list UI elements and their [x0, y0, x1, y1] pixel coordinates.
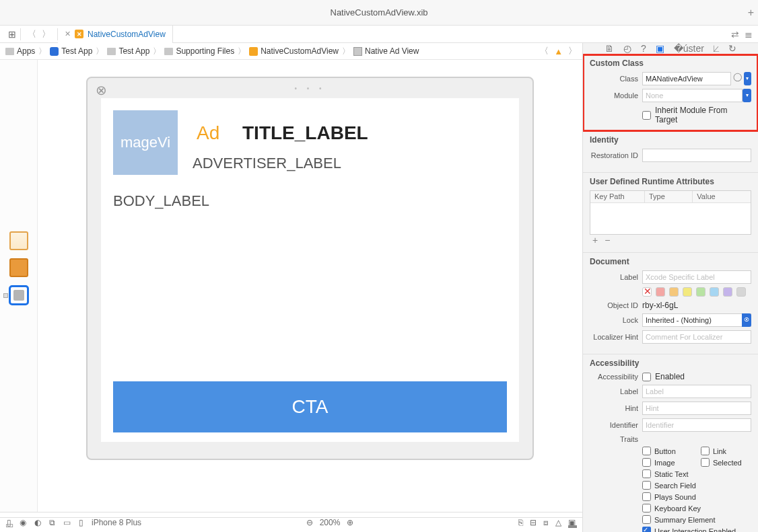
trait-image-checkbox[interactable]	[642, 458, 651, 467]
trait-selected-checkbox[interactable]	[701, 458, 710, 467]
first-responder-object[interactable]	[9, 258, 28, 277]
trait-static-text-checkbox[interactable]	[642, 469, 651, 478]
swatch-row: ✕	[642, 287, 751, 297]
acc-label-field[interactable]	[642, 385, 751, 398]
cta-button[interactable]: CTA	[113, 381, 507, 432]
udra-remove-button[interactable]: −	[605, 235, 617, 245]
trait-link-checkbox[interactable]	[701, 447, 710, 455]
swatch-orange[interactable]	[669, 287, 679, 297]
accessibility-section: Accessibility Accessibility Enabled Labe…	[583, 354, 758, 532]
acc-identifier-field[interactable]	[642, 418, 751, 432]
acc-identifier-label: Identifier	[590, 421, 638, 429]
swatch-blue[interactable]	[710, 287, 719, 297]
editor-tab[interactable]: ✕ ✕ NativeCustomAdView	[58, 26, 173, 43]
editor-toolbar: ⊞ 〈 〉 ✕ ✕ NativeCustomAdView ⇄ ≣	[0, 26, 758, 43]
swatch-gray[interactable]	[736, 287, 746, 297]
folder-icon	[5, 48, 14, 55]
view-icon	[353, 47, 362, 56]
clear-icon[interactable]: ◯	[733, 72, 742, 85]
section-heading: Document	[590, 257, 751, 266]
window-titlebar: NativeCustomAdView.xib +	[0, 0, 758, 26]
connections-inspector-tab-icon[interactable]: ↻	[728, 43, 736, 54]
nav-forward-icon[interactable]: 〉	[39, 28, 53, 40]
swatch-none[interactable]: ✕	[642, 287, 652, 297]
advertiser-label: ADVERTISER_LABEL	[193, 155, 341, 172]
breadcrumb-item[interactable]: Native Ad View	[353, 46, 419, 56]
nav-back-icon[interactable]: 〈	[25, 28, 39, 40]
section-heading: Identity	[590, 135, 751, 145]
list-icon[interactable]: ≣	[745, 29, 753, 40]
breadcrumb: Apps〉 Test App〉 Test App〉 Supporting Fil…	[0, 43, 582, 60]
swatch-yellow[interactable]	[683, 287, 692, 297]
swatch-purple[interactable]	[723, 287, 732, 297]
lock-dropdown-icon[interactable]: ⦿	[742, 313, 751, 327]
inspector-tab-bar: 🗎 ◴ ? ▣ �úster ⟀ ↻	[583, 43, 758, 54]
lock-select[interactable]	[642, 313, 751, 327]
module-dropdown-icon[interactable]: ▾	[743, 89, 751, 102]
new-tab-plus-icon[interactable]: +	[748, 7, 754, 19]
selection-handle-icon	[3, 293, 8, 298]
body-label: BODY_LABEL	[113, 192, 209, 210]
breadcrumb-item[interactable]: Supporting Files	[164, 46, 234, 56]
ad-badge-label: Ad	[197, 122, 219, 144]
native-ad-view[interactable]: mageVi Ad TITLE_LABEL ADVERTISER_LABEL B…	[101, 98, 519, 442]
help-inspector-tab-icon[interactable]: ?	[641, 43, 646, 54]
acc-hint-field[interactable]	[642, 402, 751, 415]
udra-col-keypath: Key Path	[590, 191, 645, 202]
breadcrumb-item[interactable]: Test App	[107, 46, 149, 56]
close-tab-icon[interactable]: ✕	[65, 30, 71, 38]
lock-label: Lock	[590, 316, 638, 324]
ad-image-placeholder[interactable]: mageVi	[113, 110, 178, 175]
identity-section: Identity Restoration ID	[583, 131, 758, 173]
trait-plays-sound-checkbox[interactable]	[642, 492, 651, 501]
trait-button-checkbox[interactable]	[642, 447, 651, 455]
window-title: NativeCustomAdView.xib	[0, 0, 758, 26]
trait-summary-element-checkbox[interactable]	[642, 515, 651, 524]
trait-user-interaction-checkbox[interactable]	[642, 527, 651, 532]
files-owner-object[interactable]	[9, 231, 28, 250]
module-label: Module	[590, 91, 638, 100]
swap-icon[interactable]: ⇄	[731, 29, 739, 40]
module-field[interactable]	[642, 89, 743, 102]
prev-issue-icon[interactable]: 〈	[540, 45, 549, 57]
udra-col-value: Value	[693, 191, 751, 202]
history-inspector-tab-icon[interactable]: ◴	[623, 43, 631, 54]
breadcrumb-item[interactable]: Apps	[5, 46, 35, 56]
udra-table[interactable]: Key Path Type Value	[590, 190, 751, 235]
breadcrumb-item[interactable]: Test App	[50, 46, 92, 56]
udra-add-button[interactable]: +	[592, 235, 605, 245]
ib-canvas[interactable]: ⊗ • • • mageVi Ad TITLE_LABEL ADVERTISER…	[38, 60, 582, 512]
related-items-icon[interactable]: ⊞	[4, 29, 20, 40]
swatch-red[interactable]	[656, 287, 665, 297]
file-inspector-tab-icon[interactable]: 🗎	[605, 43, 614, 54]
warning-icon[interactable]: ▲	[554, 46, 563, 56]
class-field[interactable]	[642, 72, 731, 85]
object-id-label: Object ID	[590, 301, 638, 309]
inherit-module-checkbox[interactable]	[642, 111, 651, 120]
restoration-id-field[interactable]	[642, 149, 751, 162]
accessibility-enabled-checkbox[interactable]	[642, 373, 651, 381]
size-inspector-tab-icon[interactable]: ⟀	[714, 43, 719, 54]
filter-icon[interactable]: ▭	[5, 520, 13, 530]
breadcrumb-item[interactable]: NativeCustomAdView	[249, 46, 339, 56]
next-issue-icon[interactable]: 〉	[568, 45, 577, 57]
attributes-inspector-tab-icon[interactable]: �úster	[674, 43, 704, 54]
panel-right-icon[interactable]: ▬	[568, 520, 577, 530]
doc-label-field[interactable]	[642, 270, 751, 284]
trait-search-field-checkbox[interactable]	[642, 481, 651, 490]
root-view-object[interactable]	[9, 285, 29, 305]
document-outline-sidebar	[0, 60, 38, 512]
class-dropdown-icon[interactable]: ▾	[744, 72, 751, 85]
udra-section: User Defined Runtime Attributes Key Path…	[583, 173, 758, 253]
folder-icon	[164, 48, 173, 55]
swatch-green[interactable]	[696, 287, 705, 297]
identity-inspector-tab-icon[interactable]: ▣	[656, 43, 664, 54]
udra-col-type: Type	[645, 191, 693, 202]
localizer-hint-field[interactable]	[642, 330, 751, 344]
accessibility-label: Accessibility	[590, 373, 638, 381]
object-id-value: rby-xl-6gL	[642, 301, 678, 310]
xib-file-icon	[249, 47, 258, 56]
folder-icon	[107, 48, 116, 55]
trait-keyboard-key-checkbox[interactable]	[642, 504, 651, 512]
section-heading: User Defined Runtime Attributes	[590, 177, 751, 186]
